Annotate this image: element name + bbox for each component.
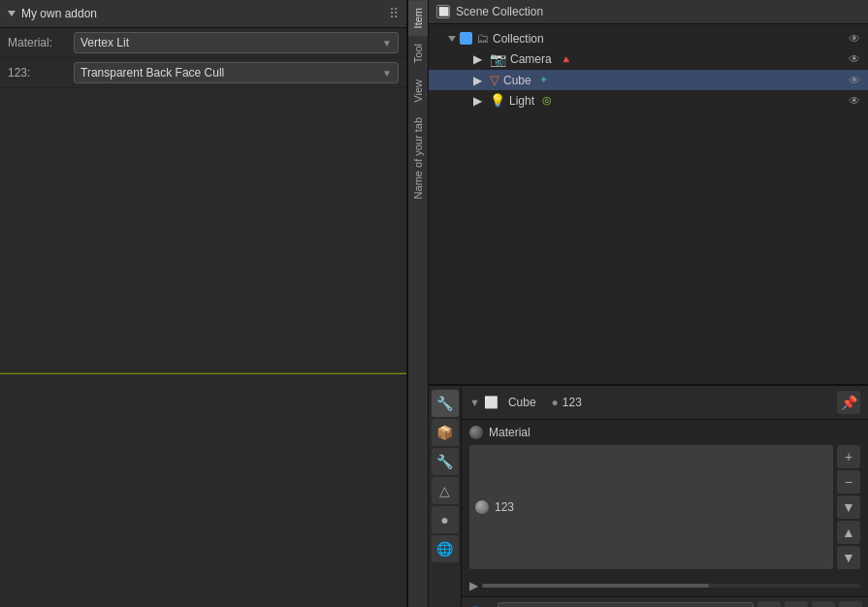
props-bottom-bar: ▶: [469, 579, 860, 592]
mat-slot-circle: [475, 500, 489, 514]
props-object-selector[interactable]: ▼ ⬜: [469, 396, 498, 409]
material-list-actions: + − ▼ ▲ ▼: [837, 445, 860, 569]
material-select-value: Vertex Lit: [80, 36, 129, 49]
collection-checkbox[interactable]: [460, 32, 472, 45]
cube-expand-placeholder: ▶: [473, 74, 482, 87]
props-footer: 🌐 ▼ 123 🛡 ⧉ ✕ ⑂: [462, 596, 868, 607]
outliner-content: 🗂 Collection 👁 ▶ 📷 Camera 🔺 👁 ▶ ▽ Cube ✦: [429, 24, 868, 208]
up-material-btn[interactable]: ▲: [837, 521, 860, 544]
outliner-item-cube[interactable]: ▶ ▽ Cube ✦ 👁: [429, 70, 868, 90]
addon-header: My own addon ⠿: [0, 0, 406, 28]
props-header: ▼ ⬜ Cube ● 123 📌: [462, 386, 868, 420]
properties-bottom: 🔧 📦 🔧 △ ● 🌐 ▼ ⬜ Cube ● 1: [429, 384, 868, 607]
cube-name: Cube: [503, 74, 531, 87]
number-label: 123:: [8, 66, 66, 80]
props-icon-modifier[interactable]: 🔧: [432, 448, 459, 475]
scene-collection-title: Scene Collection: [456, 5, 543, 18]
material-select-arrow: ▼: [382, 38, 392, 48]
svg-rect-0: [0, 88, 406, 607]
number-select[interactable]: Transparent Back Face Cull ▼: [74, 62, 399, 83]
material-header-group: ● 123: [552, 396, 582, 409]
collection-folder-icon: 🗂: [476, 31, 489, 46]
material-preview-circle: [469, 426, 483, 439]
material-slot-item[interactable]: 123: [469, 445, 833, 569]
collection-name: Collection: [493, 32, 544, 46]
number-select-arrow: ▼: [382, 68, 392, 79]
addon-title-text: My own addon: [21, 7, 97, 20]
shield-btn[interactable]: 🛡: [757, 601, 781, 607]
grid-svg: [0, 88, 406, 607]
tab-item[interactable]: Item: [408, 0, 428, 36]
scroll-track: [482, 584, 860, 588]
object-name: Cube: [508, 396, 536, 409]
material-name-input[interactable]: 123: [498, 602, 754, 607]
material-select[interactable]: Vertex Lit ▼: [74, 32, 399, 53]
remove-material-btn[interactable]: −: [837, 470, 860, 494]
props-sidebar: 🔧 📦 🔧 △ ● 🌐: [429, 386, 462, 607]
play-icon[interactable]: ▶: [469, 579, 478, 592]
outliner-item-collection[interactable]: 🗂 Collection 👁: [429, 28, 868, 48]
tab-view[interactable]: View: [408, 72, 428, 111]
camera-name: Camera: [510, 52, 552, 66]
light-name: Light: [509, 94, 534, 108]
collection-expand-icon: [448, 36, 456, 42]
down-material-btn[interactable]: ▼: [837, 546, 860, 569]
left-panel: My own addon ⠿ Material: Vertex Lit ▼ 12…: [0, 0, 407, 607]
right-side: ⬜ Scene Collection 🗂 Collection 👁 ▶ 📷 Ca…: [429, 0, 868, 607]
camera-visibility-icon[interactable]: 👁: [849, 52, 860, 66]
props-actions: 📌: [837, 391, 860, 414]
more-material-btn[interactable]: ▼: [837, 495, 860, 519]
material-name-header: 123: [563, 396, 582, 409]
pin-button[interactable]: 📌: [837, 391, 860, 414]
props-scroll-area: ▶: [462, 575, 868, 596]
props-icon-world[interactable]: 🌐: [432, 535, 459, 562]
props-icon-material[interactable]: ●: [432, 506, 459, 533]
viewport-area[interactable]: [0, 88, 406, 607]
outliner-lower-area: [429, 208, 868, 385]
light-extra-icon: ◎: [542, 94, 552, 107]
material-section-header: Material: [469, 426, 860, 439]
props-icon-data[interactable]: △: [432, 477, 459, 504]
addon-expand-icon: [8, 11, 16, 16]
scroll-thumb: [482, 584, 709, 588]
light-icon: 💡: [490, 93, 505, 108]
light-expand-placeholder: ▶: [473, 94, 482, 108]
material-label: Material:: [8, 36, 66, 49]
material-slot-name: 123: [495, 500, 514, 514]
number-select-value: Transparent Back Face Cull: [80, 66, 224, 80]
props-main: ▼ ⬜ Cube ● 123 📌 Mater: [462, 386, 868, 607]
cube-icon: ▽: [490, 73, 499, 87]
side-tabs: Item Tool View Name of your tab: [407, 0, 429, 607]
tab-name-of-your-tab[interactable]: Name of your tab: [408, 110, 428, 207]
outliner-item-camera[interactable]: ▶ 📷 Camera 🔺 👁: [429, 48, 868, 70]
material-row: Material: Vertex Lit ▼: [0, 28, 406, 58]
add-material-btn[interactable]: +: [837, 445, 860, 468]
material-section-label: Material: [489, 426, 530, 439]
close-btn[interactable]: ✕: [812, 601, 835, 607]
props-icon-object[interactable]: 📦: [432, 419, 459, 446]
outliner-panel: ⬜ Scene Collection 🗂 Collection 👁 ▶ 📷 Ca…: [429, 0, 868, 607]
scene-collection-icon: ⬜: [436, 5, 450, 18]
material-dot-icon: ●: [552, 396, 559, 409]
cube-extra-icon: ✦: [539, 74, 548, 86]
camera-expand-placeholder: ▶: [473, 52, 482, 66]
props-icon-wrench[interactable]: 🔧: [432, 390, 459, 417]
outliner-item-light[interactable]: ▶ 💡 Light ◎ 👁: [429, 90, 868, 111]
copy-btn[interactable]: ⧉: [785, 601, 808, 607]
tree-btn[interactable]: ⑂: [839, 601, 862, 607]
number-row: 123: Transparent Back Face Cull ▼: [0, 58, 406, 88]
camera-icon: 📷: [490, 51, 506, 67]
camera-extra-icon: 🔺: [560, 53, 573, 66]
addon-menu-dots[interactable]: ⠿: [389, 6, 399, 21]
tab-tool[interactable]: Tool: [408, 36, 428, 71]
cube-visibility-icon[interactable]: 👁: [849, 74, 860, 87]
object-icon: ⬜: [484, 396, 498, 409]
light-visibility-icon[interactable]: 👁: [849, 94, 860, 108]
props-content: Material 123 + − ▼ ▲ ▼: [462, 420, 868, 575]
collection-visibility-icon[interactable]: 👁: [849, 32, 860, 46]
outliner-header: ⬜ Scene Collection: [429, 0, 868, 24]
selector-arrow: ▼: [469, 397, 480, 408]
addon-title: My own addon: [8, 7, 97, 20]
material-list-row: 123 + − ▼ ▲ ▼: [469, 445, 860, 569]
